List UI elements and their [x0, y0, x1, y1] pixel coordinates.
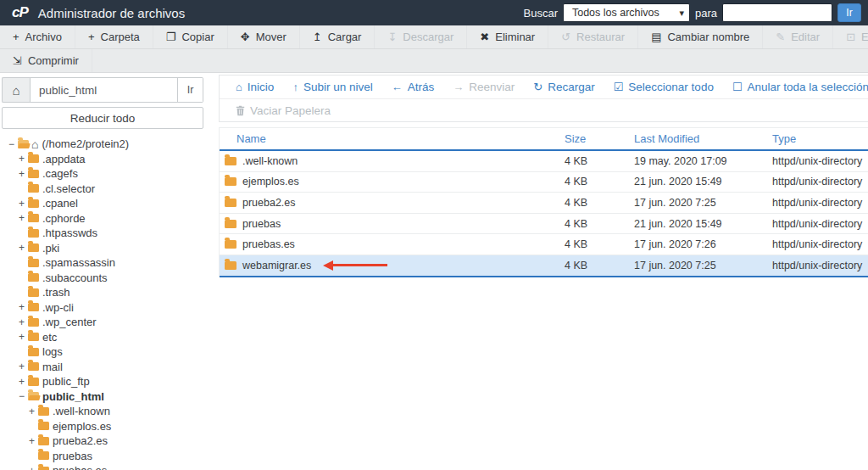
cpanel-logo[interactable]: cP	[12, 4, 28, 21]
column-header-name[interactable]: Name	[220, 132, 565, 145]
folder-icon	[28, 288, 39, 297]
tree-item-trash[interactable]: .trash	[0, 285, 205, 300]
expand-toggle-icon[interactable]: +	[17, 153, 26, 165]
tree-item-ejemplos-es[interactable]: ejemplos.es	[0, 419, 205, 434]
tree-item-cphorde[interactable]: +.cphorde	[0, 211, 205, 227]
table-row-webamigrar-es[interactable]: webamigrar.es4 KB17 jun. 2020 7:25httpd/…	[220, 255, 868, 277]
size-cell: 4 KB	[565, 260, 634, 271]
expand-toggle-icon[interactable]: +	[17, 361, 26, 372]
tree-item-public-ftp[interactable]: +public_ftp	[0, 374, 205, 389]
toolbar-button-label: Mover	[256, 31, 287, 43]
home-button[interactable]: ⌂	[2, 77, 30, 103]
collapse-toggle-icon[interactable]: −	[7, 138, 16, 150]
trash-icon	[236, 105, 245, 116]
filetoolbar-link-label: Atrás	[408, 81, 435, 93]
restore-icon: ↺	[561, 31, 570, 42]
path-go-button[interactable]: Ir	[178, 77, 203, 103]
tree-item-cpanel[interactable]: +.cpanel	[0, 196, 205, 211]
toolbar-button-copiar[interactable]: ❐Copiar	[153, 25, 228, 48]
folder-icon	[38, 437, 49, 445]
size-cell: 4 KB	[565, 176, 634, 187]
tree-item-prueba2-es[interactable]: +prueba2.es	[0, 434, 205, 449]
tree-item-wp-cli[interactable]: +.wp-cli	[0, 300, 205, 316]
table-row-pruebas-es[interactable]: pruebas.es4 KB17 jun. 2020 7:26httpd/uni…	[220, 234, 868, 255]
file-list-toolbar-row-2: Vaciar Papelera	[220, 98, 868, 121]
toolbar-button-archivo[interactable]: +Archivo	[0, 25, 75, 48]
tree-item-appdata[interactable]: +.appdata	[0, 152, 205, 167]
last-modified-cell: 21 jun. 2020 15:49	[634, 176, 772, 187]
expand-toggle-icon[interactable]: +	[17, 212, 26, 224]
table-row-prueba2-es[interactable]: prueba2.es4 KB17 jun. 2020 7:25httpd/uni…	[220, 193, 868, 214]
expand-toggle-icon[interactable]: +	[17, 198, 26, 210]
search-go-button[interactable]: Ir	[837, 3, 861, 22]
filetoolbar-link-seleccionar-todo[interactable]: ☑Seleccionar todo	[604, 81, 723, 93]
tree-item-cagefs[interactable]: +.cagefs	[0, 166, 205, 182]
toolbar-button-eliminar[interactable]: ✖Eliminar	[467, 25, 548, 48]
edit-square-icon: ⊡	[846, 31, 855, 42]
tree-item-subaccounts[interactable]: .subaccounts	[0, 271, 205, 286]
tree-item-home2-protein2[interactable]: −⌂(/home2/protein2)	[0, 137, 205, 152]
toolbar-button-cargar[interactable]: ↥Cargar	[300, 25, 376, 48]
forward-arrow-icon: →	[453, 81, 464, 92]
filetoolbar-link-label: Seleccionar todo	[628, 81, 714, 93]
expand-toggle-icon[interactable]: +	[17, 376, 26, 388]
expand-toggle-icon[interactable]: +	[17, 316, 26, 328]
tree-item-public-html[interactable]: −public_html	[0, 389, 205, 405]
table-row-pruebas[interactable]: pruebas4 KB21 jun. 2020 15:49httpd/unix-…	[220, 214, 868, 235]
type-cell: httpd/unix-directory	[772, 218, 868, 230]
tree-item-label: .cpanel	[42, 197, 78, 210]
path-input[interactable]	[30, 77, 178, 103]
toolbar-button-cambiar-nombre[interactable]: ▤Cambiar nombre	[638, 25, 763, 48]
folder-icon	[28, 229, 39, 238]
tree-item-logs[interactable]: logs	[0, 344, 205, 360]
filetoolbar-link-anular-toda-la-selecci-n[interactable]: ☐Anular toda la selección	[723, 81, 868, 93]
x-icon: ✖	[480, 31, 489, 42]
expand-toggle-icon[interactable]: +	[27, 465, 36, 470]
tree-item-spamassassin[interactable]: .spamassassin	[0, 255, 205, 271]
tree-item-wp-center[interactable]: +.wp_center	[0, 315, 205, 330]
collapse-toggle-icon[interactable]: −	[17, 390, 26, 402]
search-scope-select[interactable]: Todos los archivos ▾	[563, 3, 690, 22]
filetoolbar-link-atr-s[interactable]: ←Atrás	[382, 81, 444, 93]
collapse-all-button[interactable]: Reducir todo	[2, 107, 203, 129]
tree-item-pruebas-es[interactable]: +pruebas.es	[0, 463, 205, 470]
page-title: Administrador de archivos	[38, 6, 185, 20]
toolbar-button-mover[interactable]: ✥Mover	[228, 25, 300, 48]
search-input[interactable]	[722, 3, 832, 22]
directory-tree: −⌂(/home2/protein2)+.appdata+.cagefs.cl.…	[0, 137, 205, 470]
filetoolbar-link-inicio[interactable]: ⌂Inicio	[226, 81, 283, 93]
toolbar-button-comprimir[interactable]: ⇲Comprimir	[0, 49, 92, 72]
table-row-well-known[interactable]: .well-known4 KB19 may. 2020 17:09httpd/u…	[220, 151, 868, 172]
search-area: Buscar Todos los archivos ▾ para Ir	[524, 3, 862, 22]
table-row-ejemplos-es[interactable]: ejemplos.es4 KB21 jun. 2020 15:49httpd/u…	[220, 172, 868, 193]
expand-toggle-icon[interactable]: +	[27, 406, 36, 417]
expand-toggle-icon[interactable]: +	[27, 435, 36, 447]
folder-icon	[28, 170, 39, 178]
name-cell: pruebas.es	[220, 238, 565, 250]
filetoolbar-link-recargar[interactable]: ↻Recargar	[524, 81, 604, 93]
expand-toggle-icon[interactable]: +	[17, 168, 26, 180]
tree-item-well-known[interactable]: +.well-known	[0, 404, 205, 419]
copy-icon: ❐	[166, 31, 176, 42]
toolbar-button-carpeta[interactable]: +Carpeta	[75, 25, 153, 48]
filetoolbar-link-subir-un-nivel[interactable]: ↑Subir un nivel	[283, 81, 381, 93]
tree-item-mail[interactable]: +mail	[0, 360, 205, 375]
filetoolbar-link-label: Vaciar Papelera	[250, 104, 331, 117]
folder-icon	[28, 378, 39, 386]
download-icon: ↧	[387, 31, 397, 42]
expand-toggle-icon[interactable]: +	[17, 242, 26, 254]
folder-icon	[28, 243, 39, 252]
expand-toggle-icon[interactable]: +	[17, 331, 26, 343]
expand-toggle-icon[interactable]: +	[17, 301, 26, 313]
folder-icon	[28, 303, 39, 311]
column-header-last-modified[interactable]: Last Modified	[634, 132, 772, 145]
folder-icon	[28, 199, 39, 208]
search-connector-label: para	[695, 7, 717, 20]
tree-item-pruebas[interactable]: pruebas	[0, 449, 205, 464]
tree-item-pki[interactable]: +.pki	[0, 241, 205, 256]
tree-item-etc[interactable]: +etc	[0, 330, 205, 345]
tree-item-cl-selector[interactable]: .cl.selector	[0, 182, 205, 197]
column-header-type[interactable]: Type	[772, 132, 868, 145]
tree-item-htpasswds[interactable]: .htpasswds	[0, 226, 205, 241]
column-header-size[interactable]: Size	[565, 132, 634, 145]
